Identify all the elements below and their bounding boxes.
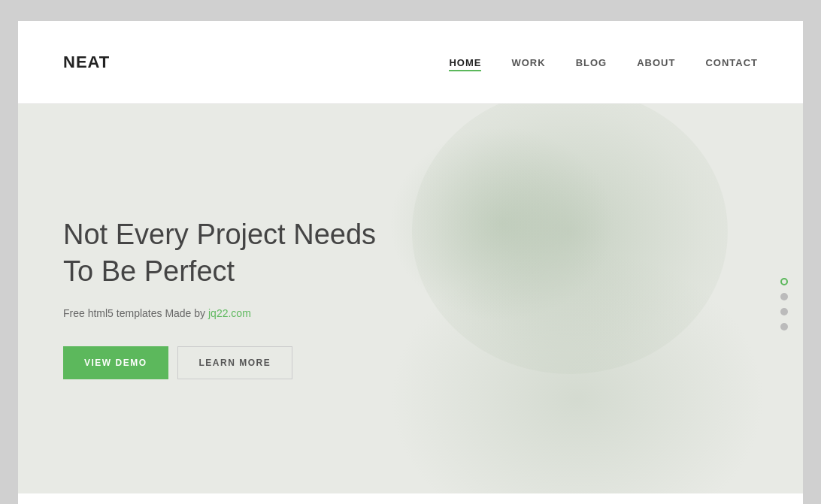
site-container: NEAT HOME WORK BLOG ABOUT CONTACT (18, 21, 803, 504)
hero-subtitle-link[interactable]: jq22.com (208, 307, 251, 319)
nav-item-contact[interactable]: CONTACT (705, 56, 758, 69)
dot-navigation (780, 278, 788, 330)
hero-section: Not Every Project Needs To Be Perfect Fr… (18, 104, 803, 504)
nav-link-home[interactable]: HOME (449, 57, 481, 68)
navbar: NEAT HOME WORK BLOG ABOUT CONTACT (18, 21, 803, 104)
hero-buttons: VIEW DEMO LEARN MORE (63, 346, 803, 379)
nav-link-about[interactable]: ABOUT (637, 57, 675, 68)
hero-content: Not Every Project Needs To Be Perfect Fr… (18, 104, 803, 379)
nav-item-blog[interactable]: BLOG (576, 56, 607, 69)
nav-links: HOME WORK BLOG ABOUT CONTACT (449, 56, 758, 69)
dot-3[interactable] (780, 308, 788, 315)
learn-more-button[interactable]: LEARN MORE (177, 346, 293, 379)
hero-subtitle-text: Free html5 templates Made by (63, 307, 208, 319)
nav-item-about[interactable]: ABOUT (637, 56, 675, 69)
dot-4[interactable] (780, 323, 788, 330)
nav-item-work[interactable]: WORK (511, 56, 545, 69)
site-logo: NEAT (63, 53, 110, 72)
nav-link-blog[interactable]: BLOG (576, 57, 607, 68)
page-wrapper: NEAT HOME WORK BLOG ABOUT CONTACT (0, 0, 821, 504)
nav-link-work[interactable]: WORK (511, 57, 545, 68)
hero-title: Not Every Project Needs To Be Perfect (63, 216, 379, 291)
nav-item-home[interactable]: HOME (449, 56, 481, 69)
hero-subtitle: Free html5 templates Made by jq22.com (63, 307, 803, 319)
dot-1[interactable] (780, 278, 788, 285)
dot-2[interactable] (780, 293, 788, 300)
bottom-strip (18, 493, 803, 504)
nav-link-contact[interactable]: CONTACT (705, 57, 758, 68)
view-demo-button[interactable]: VIEW DEMO (63, 346, 168, 379)
